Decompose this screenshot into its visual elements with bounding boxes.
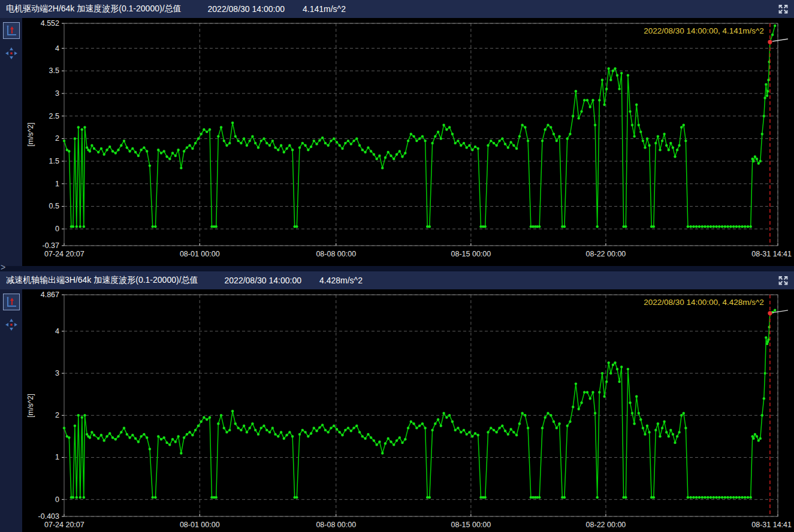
data-point: [454, 142, 457, 144]
data-point: [547, 412, 549, 415]
data-point: [93, 147, 95, 150]
data-point: [89, 436, 91, 439]
data-point: [512, 144, 515, 147]
splitter-chevron-icon[interactable]: >: [1, 263, 5, 271]
data-point: [744, 496, 746, 498]
data-point: [704, 496, 706, 498]
y-axis-label: [m/s^2]: [26, 123, 35, 147]
data-point: [538, 225, 541, 228]
axis-scale-button[interactable]: [3, 22, 20, 39]
axis-scale-button[interactable]: [3, 294, 20, 310]
data-point: [412, 422, 415, 425]
data-point: [327, 144, 330, 147]
data-point: [301, 429, 304, 431]
data-point: [333, 137, 335, 140]
cursor-marker[interactable]: [768, 40, 772, 44]
data-point: [591, 391, 594, 394]
data-point: [721, 225, 723, 228]
data-point: [83, 414, 86, 416]
data-point: [672, 433, 674, 436]
panel-reading-value: 4.141m/s^2: [303, 4, 346, 14]
axis-scale-icon: [5, 295, 18, 309]
data-point: [687, 225, 689, 228]
data-point: [126, 146, 128, 149]
data-point: [160, 438, 162, 440]
pan-button[interactable]: [4, 46, 19, 61]
trend-chart-gearbox-output-end[interactable]: 4.86743210-0.40307-24 20:0708-01 00:0008…: [22, 289, 794, 532]
data-point: [265, 429, 268, 431]
data-point: [350, 430, 352, 432]
data-point: [440, 137, 442, 140]
y-tick-label: 2.5: [49, 112, 59, 120]
data-point: [174, 440, 177, 443]
data-point: [352, 140, 355, 142]
y-tick-label: -0.403: [38, 512, 59, 521]
expand-arrows-icon-svg: [777, 274, 789, 286]
data-point: [288, 144, 291, 147]
data-point: [648, 431, 650, 433]
data-point: [471, 149, 473, 151]
data-point: [79, 496, 81, 498]
data-point: [639, 418, 642, 421]
data-point: [404, 152, 406, 154]
data-point: [642, 427, 644, 429]
data-point: [507, 146, 509, 149]
expand-arrows-icon[interactable]: [776, 2, 790, 16]
data-point: [168, 158, 171, 160]
data-point: [466, 146, 468, 149]
data-point: [330, 427, 332, 429]
data-point: [396, 439, 398, 442]
data-point: [713, 496, 715, 498]
data-point: [295, 225, 298, 228]
data-point: [612, 364, 614, 366]
data-point: [257, 433, 259, 436]
panel-motor-drive-end: 电机驱动端2H/64k 加速度波形(0.1-20000)/总值 2022/08/…: [0, 0, 794, 266]
data-point: [474, 146, 476, 148]
data-point: [735, 225, 738, 228]
move-cross-icon: [5, 47, 18, 60]
expand-arrows-icon[interactable]: [776, 273, 790, 288]
data-point: [468, 431, 470, 433]
data-point: [569, 133, 571, 135]
data-point: [434, 135, 436, 137]
panel-title: 电机驱动端2H/64k 加速度波形(0.1-20000)/总值: [6, 4, 182, 14]
axis-scale-icon: [5, 24, 18, 37]
data-point: [390, 440, 392, 443]
trend-chart-motor-drive-end[interactable]: 4.55243.532.521.510.50-0.3707-24 20:0708…: [22, 18, 794, 264]
data-point: [234, 422, 237, 425]
data-point: [521, 124, 523, 126]
data-point: [498, 427, 500, 429]
data-point: [274, 146, 276, 149]
data-point: [608, 361, 610, 364]
data-point: [81, 416, 83, 419]
data-point: [171, 152, 174, 154]
data-point: [538, 496, 541, 498]
data-point: [310, 432, 312, 434]
data-point: [601, 78, 603, 81]
data-point: [307, 435, 309, 437]
data-point: [128, 150, 131, 152]
y-tick-label: 3: [55, 89, 59, 98]
data-point: [620, 72, 623, 74]
x-tick-label: 08-15 00:00: [451, 250, 491, 258]
data-point: [624, 225, 627, 228]
y-tick-label: 0: [55, 225, 59, 233]
data-point: [556, 427, 558, 429]
pan-button[interactable]: [4, 318, 19, 332]
y-tick-label: 1: [55, 453, 59, 461]
data-point: [761, 414, 763, 416]
data-point: [644, 433, 646, 436]
data-point: [90, 144, 93, 147]
data-point: [152, 496, 154, 498]
data-point: [83, 496, 85, 498]
panel-splitter[interactable]: >: [0, 266, 794, 271]
data-point: [767, 338, 769, 341]
data-point: [718, 225, 720, 228]
cursor-marker[interactable]: [768, 311, 772, 315]
data-point: [280, 144, 282, 147]
data-point: [756, 158, 758, 160]
data-point: [262, 137, 265, 140]
data-point: [157, 435, 159, 437]
data-point: [603, 104, 605, 106]
data-point: [474, 432, 476, 434]
